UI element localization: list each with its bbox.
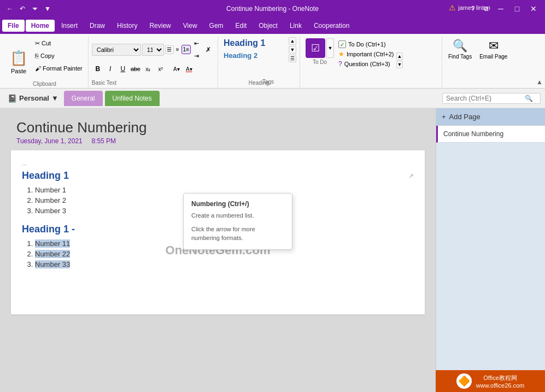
expand-note-button[interactable]: ↗ <box>408 172 414 180</box>
tooltip-desc2: Click the arrow for more numbering forma… <box>191 225 284 243</box>
notebook-nav: 📓 Personal ▼ General Unfiled Notes 🔍 <box>0 89 545 108</box>
page-item-continue-numbering[interactable]: Continue Numbering <box>436 126 545 143</box>
styles-arrows: ▲ ▼ ☰ <box>289 37 296 62</box>
bold-button[interactable]: B <box>92 63 104 75</box>
italic-button[interactable]: I <box>104 63 116 75</box>
add-page-label: Add Page <box>449 113 480 121</box>
question-tag-item[interactable]: ? Question (Ctrl+3) <box>336 59 396 69</box>
increase-indent-button[interactable]: ⇥ <box>192 50 201 62</box>
tags-label: Tags <box>262 79 274 85</box>
underline-button[interactable]: U <box>117 63 129 75</box>
menu-bar: File Home Insert Draw History Review Vie… <box>0 17 545 34</box>
todo-tag-dropdown[interactable]: ▼ <box>326 38 334 58</box>
menu-file[interactable]: File <box>2 20 25 32</box>
todo-checkbox-icon: ✓ <box>338 40 346 48</box>
important-tag-item[interactable]: ★ Important (Ctrl+2) <box>336 49 396 59</box>
back-button[interactable]: ← <box>4 3 15 14</box>
menu-cooperation[interactable]: Cooperation <box>308 20 355 32</box>
list-item: Number 22 <box>35 250 406 258</box>
email-page-button[interactable]: ✉ Email Page <box>477 37 510 61</box>
action-group: 🔍 Find Tags ✉ Email Page <box>442 36 513 88</box>
menu-draw[interactable]: Draw <box>84 20 110 32</box>
ribbon-collapse-button[interactable]: ▲ <box>536 78 543 86</box>
menu-link[interactable]: Link <box>284 20 307 32</box>
close-button[interactable]: ✕ <box>526 3 541 14</box>
add-page-button[interactable]: + Add Page <box>436 108 545 126</box>
quick-access-toolbar: ← ↶ ⏷ ▼ <box>4 3 53 14</box>
font-family-select[interactable]: Calibri <box>92 44 141 56</box>
subscript-button[interactable]: x₂ <box>142 63 154 75</box>
find-tags-button[interactable]: 🔍 Find Tags <box>446 37 474 61</box>
heading1-style-button[interactable]: Heading 1 <box>221 37 289 49</box>
customize-qa-button[interactable]: ▼ <box>42 3 53 14</box>
menu-insert[interactable]: Insert <box>56 20 83 32</box>
minimize-button[interactable]: ─ <box>494 3 508 14</box>
add-page-plus-icon: + <box>442 113 446 121</box>
bullets-button[interactable]: ≡ <box>175 45 180 54</box>
clear-formatting-button[interactable]: ✗ <box>202 44 214 56</box>
clipboard-label: Clipboard <box>33 81 85 87</box>
menu-edit[interactable]: Edit <box>230 20 253 32</box>
styles-more-button[interactable]: ☰ <box>289 55 296 62</box>
tag-list-down[interactable]: ▼ <box>396 61 403 68</box>
tag-list: ✓ To Do (Ctrl+1) ★ Important (Ctrl+2) ? … <box>336 37 396 71</box>
font-size-select[interactable]: 11 <box>142 44 164 56</box>
heading2-style-button[interactable]: Heading 2 <box>221 50 289 61</box>
tag-list-up[interactable]: ▲ <box>396 52 403 60</box>
cut-label: Cut <box>42 40 51 46</box>
title-bar-left: ← ↶ ⏷ ▼ <box>4 3 53 14</box>
format-painter-button[interactable]: 🖌 Format Painter <box>33 62 85 74</box>
cut-button[interactable]: ✂ Cut <box>33 37 85 49</box>
format-painter-icon: 🖌 <box>35 65 41 72</box>
font-color-button[interactable]: A▾ <box>183 63 195 75</box>
highlight-button[interactable]: A▾ <box>171 63 183 75</box>
superscript-button[interactable]: x² <box>155 63 167 75</box>
decrease-indent-button[interactable]: ⇤ <box>192 37 201 49</box>
question-tag-text: Question (Ctrl+3) <box>344 61 390 67</box>
page-date: Tuesday, June 1, 2021 8:55 PM <box>16 137 419 145</box>
format-painter-label: Format Painter <box>43 65 83 72</box>
menu-history[interactable]: History <box>112 20 143 32</box>
notebook-icon: 📓 <box>8 94 17 103</box>
menu-object[interactable]: Object <box>253 20 283 32</box>
search-box: 🔍 <box>442 93 541 104</box>
copy-button[interactable]: ⎘ Copy <box>33 50 85 62</box>
office-site-name: Office教程网 <box>476 374 524 382</box>
notebook-chevron-icon: ▼ <box>51 94 58 102</box>
bottom-bar: 🔶 Office教程网 www.office26.com <box>436 370 545 392</box>
search-input[interactable] <box>446 95 523 102</box>
todo-tag-icon: ☑ <box>311 42 320 54</box>
basic-text-label: Basic Text <box>92 80 214 87</box>
paste-button[interactable]: 📋 Paste <box>5 37 32 87</box>
numbering-button[interactable]: 1≡ <box>181 45 191 54</box>
strikethrough-button[interactable]: abc <box>130 63 142 75</box>
styles-down-button[interactable]: ▼ <box>289 46 296 54</box>
paste-icon: 📋 <box>10 50 27 67</box>
bullets-icon: ≡ <box>176 46 179 52</box>
maximize-button[interactable]: □ <box>510 3 524 14</box>
menu-home[interactable]: Home <box>26 20 55 32</box>
list-expand-button[interactable]: ☰ <box>165 45 174 54</box>
notebook-name-button[interactable]: 📓 Personal ▼ <box>4 92 62 105</box>
important-star-icon: ★ <box>338 50 344 58</box>
page-main-title: Continue Numbering <box>16 119 419 136</box>
styles-scroll: Heading 1 Heading 2 <box>221 37 289 62</box>
menu-gem[interactable]: Gem <box>204 20 229 32</box>
todo-tag-item[interactable]: ✓ To Do (Ctrl+1) <box>336 39 396 49</box>
menu-view[interactable]: View <box>178 20 203 32</box>
menu-review[interactable]: Review <box>144 20 176 32</box>
todo-tag-buttons: ☑ ▼ <box>306 38 334 58</box>
paste-label: Paste <box>11 68 26 74</box>
styles-up-button[interactable]: ▲ <box>289 37 296 45</box>
font-format-row: B I U abc x₂ x² A▾ A▾ <box>92 63 214 75</box>
search-icon: 🔍 <box>525 95 533 102</box>
todo-tag-button[interactable]: ☑ <box>306 38 325 58</box>
section-tab-general[interactable]: General <box>64 91 103 106</box>
important-tag-text: Important (Ctrl+2) <box>347 51 394 57</box>
right-panel: + Add Page Continue Numbering <box>436 108 545 392</box>
todo-tag-arrow: ▼ <box>326 38 334 58</box>
undo-button[interactable]: ↶ <box>17 3 28 14</box>
heading1-text: Heading 1 <box>22 170 406 182</box>
section-tab-unfiled[interactable]: Unfiled Notes <box>105 91 160 106</box>
redo-button[interactable]: ⏷ <box>30 3 40 14</box>
